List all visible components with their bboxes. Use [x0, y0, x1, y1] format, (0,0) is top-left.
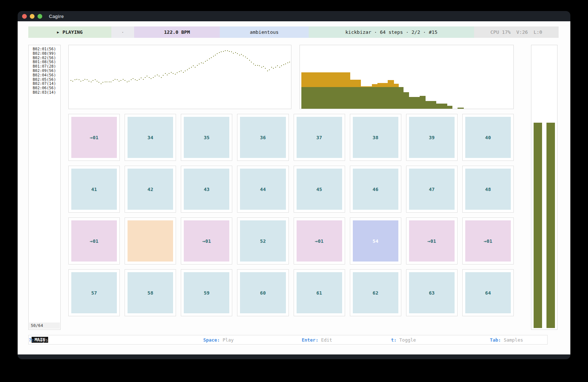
pattern-cell[interactable]: →01 [294, 217, 345, 264]
pattern-cell-label: 54 [373, 238, 379, 244]
waveform-dot [189, 68, 190, 69]
pattern-cell-fill-jump: →01 [297, 220, 342, 262]
pattern-cell-label: 62 [373, 290, 379, 296]
pattern-cell-fill-normal: 58 [128, 272, 173, 313]
pattern-cell-label: 34 [147, 135, 153, 140]
histogram-bar-base [436, 104, 447, 109]
pattern-cell-fill-normal: 42 [128, 169, 173, 210]
waveform-dot [283, 64, 284, 65]
pattern-cell[interactable]: 45 [294, 166, 345, 213]
system-stats: CPU 17% V:26 L:0 [474, 26, 559, 38]
pattern-cell[interactable]: 54 [350, 217, 401, 264]
pattern-cell[interactable]: 63 [406, 269, 458, 316]
pattern-cell-label: 52 [260, 238, 266, 244]
waveform-dot [71, 80, 71, 81]
waveform-dot [159, 76, 159, 76]
pattern-cell[interactable]: 35 [181, 114, 232, 161]
waveform-dot [259, 65, 260, 66]
scene-indicator[interactable]: ambientous [220, 26, 309, 38]
waveform-dot [209, 58, 210, 59]
pattern-cell[interactable]: 40 [462, 114, 514, 161]
play-icon: ▶ [57, 30, 59, 34]
pattern-cell-label: 40 [485, 135, 491, 140]
waveform-dot [215, 55, 216, 55]
pattern-cell-fill-jump: →01 [465, 220, 511, 262]
pattern-cell[interactable]: 47 [406, 166, 458, 213]
histogram-bar-base [447, 106, 453, 109]
waveform-dot [111, 82, 111, 82]
pattern-cell[interactable]: →01 [68, 217, 120, 264]
status-separator: · [111, 26, 134, 38]
pattern-cell[interactable]: 43 [181, 166, 232, 213]
pattern-cell-label: 43 [204, 187, 209, 192]
waveform-dot [107, 82, 107, 82]
pattern-cell[interactable]: →01 [181, 217, 232, 264]
pattern-cell-label: 61 [316, 290, 322, 296]
pattern-cell[interactable]: 46 [350, 166, 401, 213]
maximize-window-button[interactable] [37, 14, 42, 19]
shortcut-hint: Tab: Samples [490, 337, 523, 343]
pattern-cell[interactable] [125, 217, 176, 264]
pattern-cell[interactable]: 36 [237, 114, 288, 161]
pattern-cell[interactable]: →01 [406, 217, 458, 264]
histogram-bar-base [372, 87, 377, 109]
pattern-cell[interactable]: 39 [406, 114, 458, 161]
waveform-dot [213, 56, 214, 57]
histogram-chart-panel [300, 45, 514, 109]
close-window-button[interactable] [22, 14, 27, 19]
pattern-cell[interactable]: 38 [350, 114, 401, 161]
waveform-dot [287, 62, 288, 63]
shortcut-key: Tab: [490, 337, 501, 343]
pattern-cell[interactable]: 44 [237, 166, 288, 213]
pattern-cell-label: 60 [260, 290, 266, 296]
pattern-cell[interactable]: 37 [294, 114, 345, 161]
pattern-cell[interactable]: 41 [68, 166, 120, 213]
pattern-cell[interactable]: 64 [462, 269, 514, 316]
histogram-bar-accent [388, 80, 394, 87]
sample-list-item[interactable]: B02:08(99) [33, 51, 60, 56]
histogram-bar-base [394, 87, 399, 109]
waveform-dot [75, 79, 75, 80]
pattern-cell[interactable]: 34 [125, 114, 176, 161]
waveform-dot [129, 81, 129, 82]
pattern-cell[interactable]: 58 [125, 269, 176, 316]
waveform-dot [255, 65, 256, 66]
pattern-cell[interactable]: 60 [237, 269, 288, 316]
app-window: Cagire ▶PLAYING · 122.0 BPM ambientous k… [18, 11, 570, 359]
sample-list-item[interactable]: B02:04(56) [33, 73, 60, 78]
sample-list-panel: B02:01(56)B02:08(99)B02:02(56)B01:08(56)… [28, 45, 61, 330]
pattern-indicator[interactable]: kickbizar · 64 steps · 2/2 · #15 [309, 26, 474, 38]
histogram-bar-base [426, 101, 436, 109]
waveform-dot [275, 67, 276, 68]
transport-status[interactable]: ▶PLAYING [28, 26, 111, 38]
pattern-cell[interactable]: 48 [462, 166, 514, 213]
pattern-cell-label: 36 [260, 135, 266, 140]
waveform-dot [219, 52, 220, 53]
pattern-cell-label: 48 [485, 187, 491, 192]
histogram-bar-accent [350, 80, 361, 87]
pattern-cell[interactable]: →01 [68, 114, 120, 161]
waveform-dot [177, 72, 178, 73]
sample-list-item[interactable]: B02:03(14) [33, 90, 60, 95]
pattern-cell-label: 42 [147, 187, 153, 192]
sample-list-item[interactable]: B02:09(56) [33, 69, 60, 73]
pattern-cell[interactable]: →01 [462, 217, 514, 264]
minimize-window-button[interactable] [30, 14, 35, 19]
waveform-dot [131, 79, 132, 80]
pattern-cell-fill-selected: 54 [353, 220, 398, 262]
pattern-cell-fill-normal: 46 [353, 169, 398, 210]
pattern-cell-fill-normal: 57 [71, 272, 117, 313]
pattern-cell[interactable]: 52 [237, 217, 288, 264]
waveform-dot [127, 82, 128, 82]
histogram-bar-accent [377, 83, 388, 87]
bpm-indicator[interactable]: 122.0 BPM [134, 26, 220, 38]
pattern-cell[interactable]: 62 [350, 269, 401, 316]
pattern-cell[interactable]: 57 [68, 269, 120, 316]
pattern-cell[interactable]: 42 [125, 166, 176, 213]
histogram-bar-base [388, 87, 394, 109]
pattern-cell[interactable]: 61 [294, 269, 345, 316]
waveform-dot [117, 79, 118, 80]
pattern-cell[interactable]: 59 [181, 269, 232, 316]
waveform-dot [95, 79, 96, 80]
pattern-cell-fill-normal: 62 [353, 272, 398, 313]
